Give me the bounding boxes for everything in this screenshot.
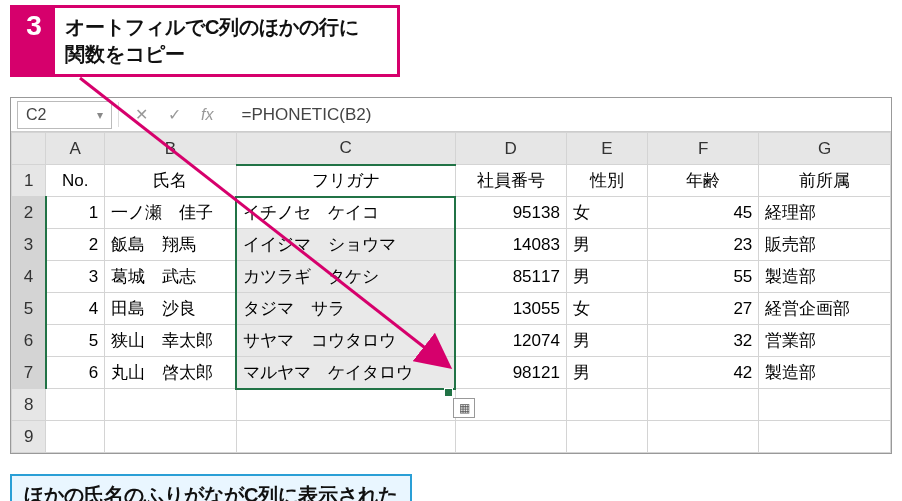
row-header-2[interactable]: 2 [12,197,46,229]
col-header-A[interactable]: A [46,133,105,165]
cell[interactable]: 丸山 啓太郎 [105,357,237,389]
fx-button[interactable]: fx [191,106,223,124]
cell[interactable] [236,421,455,453]
separator [118,102,119,127]
cell[interactable]: タジマ サラ [236,293,455,325]
cell[interactable]: 男 [566,325,647,357]
cell[interactable]: 12074 [455,325,566,357]
cell[interactable]: 14083 [455,229,566,261]
cell[interactable]: 55 [647,261,758,293]
cell[interactable]: 狭山 幸太郎 [105,325,237,357]
cell[interactable]: 氏名 [105,165,237,197]
cell[interactable]: 1 [46,197,105,229]
row-header-3[interactable]: 3 [12,229,46,261]
cell[interactable] [566,389,647,421]
cell[interactable]: カツラギ タケシ [236,261,455,293]
cell[interactable] [647,421,758,453]
formula-bar: C2 ▾ ✕ ✓ fx =PHONETIC(B2) [11,98,891,132]
cell[interactable] [647,389,758,421]
cancel-button[interactable]: ✕ [125,105,158,124]
cell[interactable]: 田島 沙良 [105,293,237,325]
cell[interactable]: フリガナ [236,165,455,197]
callout-result: ほかの氏名のふりがながC列に表示された [10,474,412,501]
callout-step-number: 3 [13,8,55,74]
formula-input[interactable]: =PHONETIC(B2) [223,105,891,125]
cell[interactable]: 3 [46,261,105,293]
cell[interactable]: 女 [566,197,647,229]
cell[interactable]: マルヤマ ケイタロウ [236,357,455,389]
cell[interactable]: 98121 [455,357,566,389]
fill-handle[interactable] [445,389,452,396]
select-all-cell[interactable] [12,133,46,165]
name-box-value: C2 [26,106,46,124]
cell[interactable]: 女 [566,293,647,325]
cell[interactable]: 27 [647,293,758,325]
callout-step-text: オートフィルでC列のほかの行に 関数をコピー [55,8,369,74]
name-box[interactable]: C2 ▾ [17,101,112,129]
cell[interactable]: 経営企画部 [759,293,891,325]
cell[interactable]: 6 [46,357,105,389]
cell-active[interactable]: イチノセ ケイコ [236,197,455,229]
cell[interactable]: 経理部 [759,197,891,229]
cell[interactable] [759,421,891,453]
cell[interactable]: 製造部 [759,357,891,389]
cell[interactable] [566,421,647,453]
cell[interactable]: 製造部 [759,261,891,293]
cell[interactable]: 一ノ瀬 佳子 [105,197,237,229]
cell[interactable]: イイジマ ショウマ [236,229,455,261]
cell[interactable]: 95138 [455,197,566,229]
cell[interactable] [105,421,237,453]
name-box-dropdown-icon[interactable]: ▾ [97,108,103,122]
cell[interactable] [46,421,105,453]
cell[interactable] [46,389,105,421]
row-header-4[interactable]: 4 [12,261,46,293]
col-header-D[interactable]: D [455,133,566,165]
cell[interactable]: 性別 [566,165,647,197]
cell[interactable]: 13055 [455,293,566,325]
cell[interactable]: 85117 [455,261,566,293]
row-header-9[interactable]: 9 [12,421,46,453]
cell[interactable]: 男 [566,357,647,389]
enter-button[interactable]: ✓ [158,105,191,124]
cell[interactable]: 男 [566,229,647,261]
cell[interactable]: 5 [46,325,105,357]
worksheet-grid[interactable]: A B C D E F G 1 No. 氏名 フリガナ 社員番号 性別 年齢 前… [11,132,891,453]
autofill-options-icon[interactable]: ▦ [453,398,475,418]
cell[interactable]: 前所属 [759,165,891,197]
col-header-F[interactable]: F [647,133,758,165]
row-header-7[interactable]: 7 [12,357,46,389]
cell[interactable]: 32 [647,325,758,357]
cell[interactable]: 45 [647,197,758,229]
spreadsheet: C2 ▾ ✕ ✓ fx =PHONETIC(B2) A B C D E F [10,97,892,454]
cell[interactable] [759,389,891,421]
cell[interactable]: 4 [46,293,105,325]
cell[interactable]: 飯島 翔馬 [105,229,237,261]
cell[interactable]: 男 [566,261,647,293]
cell[interactable]: No. [46,165,105,197]
cell[interactable] [105,389,237,421]
col-header-G[interactable]: G [759,133,891,165]
cell[interactable]: 販売部 [759,229,891,261]
col-header-C[interactable]: C [236,133,455,165]
cell[interactable]: 葛城 武志 [105,261,237,293]
row-header-6[interactable]: 6 [12,325,46,357]
cell[interactable] [455,421,566,453]
cell[interactable]: 社員番号 [455,165,566,197]
row-header-1[interactable]: 1 [12,165,46,197]
cell[interactable]: 42 [647,357,758,389]
row-header-8[interactable]: 8 [12,389,46,421]
cell[interactable]: 営業部 [759,325,891,357]
col-header-B[interactable]: B [105,133,237,165]
cell[interactable]: 23 [647,229,758,261]
row-header-5[interactable]: 5 [12,293,46,325]
cell[interactable]: サヤマ コウタロウ [236,325,455,357]
cell[interactable]: 2 [46,229,105,261]
callout-step-3: 3 オートフィルでC列のほかの行に 関数をコピー [10,5,400,77]
cell[interactable] [236,389,455,421]
col-header-E[interactable]: E [566,133,647,165]
cell[interactable]: 年齢 [647,165,758,197]
